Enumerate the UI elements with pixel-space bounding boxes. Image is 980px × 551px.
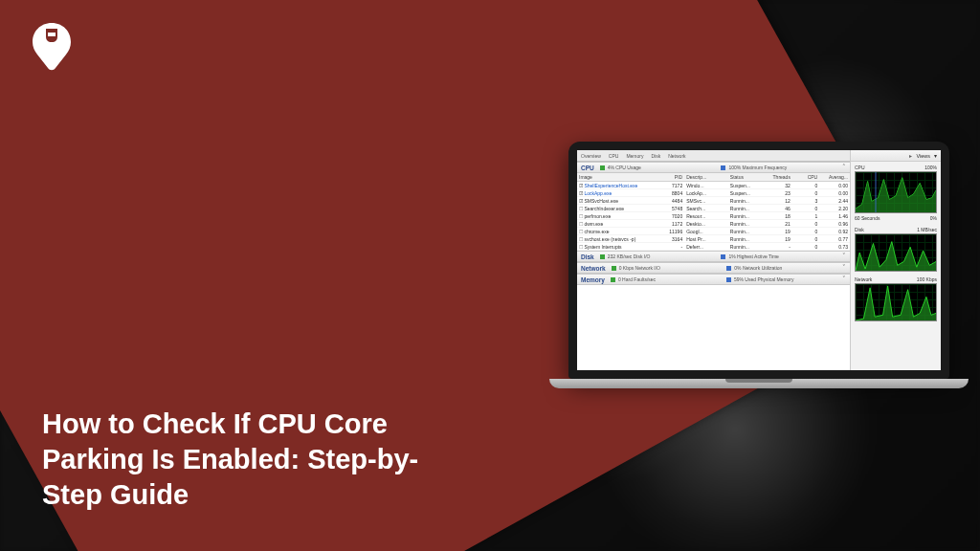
laptop-mockup: Overview CPU Memory Disk Network CPU 4% … <box>568 142 949 388</box>
disk-usage-graph <box>855 233 937 272</box>
page-title: How to Check If CPU Core Parking Is Enab… <box>42 407 454 513</box>
graph-scale-seconds: 0% <box>930 215 937 221</box>
network-usage-meter: 0 Kbps Network I/O <box>612 265 722 271</box>
tab-network[interactable]: Network <box>668 153 685 159</box>
site-logo <box>25 19 78 77</box>
cpu-usage-graph <box>855 171 937 213</box>
col-avg[interactable]: Averag... <box>819 174 850 180</box>
table-row[interactable]: LockApp.exe8804LockAp...Suspen...2300.00 <box>577 189 850 197</box>
table-row[interactable]: chrome.exe11196Googl...Runnin...1900.92 <box>577 228 850 235</box>
graph-title-cpu: CPU <box>855 165 865 170</box>
tab-cpu[interactable]: CPU <box>609 153 619 159</box>
memory-right-meter: 59% Used Physical Memory <box>726 276 836 282</box>
tab-overview[interactable]: Overview <box>581 153 601 159</box>
section-label-cpu: CPU <box>581 165 594 171</box>
col-image[interactable]: Image <box>577 174 654 180</box>
table-row[interactable]: svchost.exe (netsvcs -p)3164Host Pr...Ru… <box>577 235 850 243</box>
blank-area <box>577 285 850 370</box>
graph-title-seconds: 60 Seconds <box>855 215 880 221</box>
tab-memory[interactable]: Memory <box>626 153 643 159</box>
graph-title-network: Network <box>855 276 872 282</box>
graph-scale-network: 100 Kbps <box>917 276 937 282</box>
table-row[interactable]: ShellExperienceHost.exe7172Windo...Suspe… <box>577 182 850 189</box>
table-row[interactable]: SMSvcHost.exe4484SMSvc...Runnin...1232.4… <box>577 197 850 205</box>
graph-scale-disk: 1 MB/sec <box>917 227 937 232</box>
resource-monitor-tabs[interactable]: Overview CPU Memory Disk Network <box>577 150 850 162</box>
col-desc[interactable]: Descrip... <box>684 174 728 180</box>
chevron-down-icon[interactable]: ˅ <box>842 253 846 260</box>
network-right-meter: 0% Network Utilization <box>726 265 836 271</box>
views-dropdown[interactable]: ▸ Views ▾ <box>851 150 941 162</box>
cpu-freq-meter: 100% Maximum Frequency <box>721 165 836 170</box>
resource-monitor-window: Overview CPU Memory Disk Network CPU 4% … <box>577 150 941 370</box>
disk-right-meter: 1% Highest Active Time <box>721 253 836 259</box>
col-threads[interactable]: Threads <box>766 174 792 180</box>
collapse-arrow-icon[interactable]: ▸ <box>909 153 912 159</box>
col-cpu[interactable]: CPU <box>792 174 819 180</box>
process-table-header[interactable]: Image PID Descrip... Status Threads CPU … <box>577 173 850 182</box>
chevron-down-icon[interactable]: ˅ <box>842 264 846 272</box>
table-row[interactable]: dwm.exe1172Deskto...Runnin...2100.96 <box>577 220 850 228</box>
dropdown-arrow-icon[interactable]: ▾ <box>934 153 937 159</box>
network-usage-graph <box>855 283 937 321</box>
table-row[interactable]: SearchIndexer.exe5748Search...Runnin...4… <box>577 205 850 212</box>
memory-usage-meter: 0 Hard Faults/sec <box>611 276 721 282</box>
chevron-up-icon[interactable]: ˄ <box>842 164 846 171</box>
table-row[interactable]: perfmon.exe7020Resour...Runnin...1811.46 <box>577 212 850 220</box>
laptop-base <box>549 379 969 388</box>
side-graph-network: Network 100 Kbps <box>851 274 941 323</box>
section-header-memory[interactable]: Memory 0 Hard Faults/sec 59% Used Physic… <box>577 274 850 285</box>
wrench-icon <box>25 19 78 73</box>
col-pid[interactable]: PID <box>654 174 684 180</box>
views-label: Views <box>916 153 930 159</box>
side-graph-disk: Disk 1 MB/sec <box>851 224 941 274</box>
graph-title-disk: Disk <box>855 227 864 232</box>
col-status[interactable]: Status <box>728 174 766 180</box>
process-table: Image PID Descrip... Status Threads CPU … <box>577 173 850 251</box>
svg-marker-2 <box>856 242 936 271</box>
table-row[interactable]: System Interrupts-Deferr...Runnin...-00.… <box>577 243 850 251</box>
cpu-usage-meter: 4% CPU Usage <box>600 165 716 170</box>
section-header-disk[interactable]: Disk 232 KB/sec Disk I/O 1% Highest Acti… <box>577 251 850 262</box>
chevron-down-icon[interactable]: ˅ <box>842 276 846 283</box>
graph-scale-cpu: 100% <box>924 165 937 170</box>
section-label-memory: Memory <box>581 276 605 283</box>
section-label-network: Network <box>581 265 606 272</box>
laptop-bezel: Overview CPU Memory Disk Network CPU 4% … <box>568 142 949 379</box>
section-header-network[interactable]: Network 0 Kbps Network I/O 0% Network Ut… <box>577 262 850 274</box>
tab-disk[interactable]: Disk <box>651 153 660 159</box>
resource-monitor-main: Overview CPU Memory Disk Network CPU 4% … <box>577 150 851 370</box>
side-graph-cpu: CPU 100% 60 Seconds <box>851 162 941 224</box>
resource-monitor-side-panel: ▸ Views ▾ CPU 100% <box>851 150 941 370</box>
section-header-cpu[interactable]: CPU 4% CPU Usage 100% Maximum Frequency … <box>577 162 850 173</box>
hero-banner: How to Check If CPU Core Parking Is Enab… <box>0 0 980 551</box>
section-label-disk: Disk <box>581 253 594 260</box>
disk-usage-meter: 232 KB/sec Disk I/O <box>600 253 716 259</box>
